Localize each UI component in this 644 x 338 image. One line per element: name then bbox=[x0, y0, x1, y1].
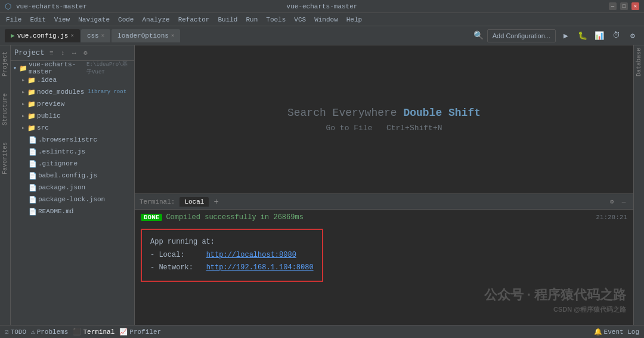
tab-css[interactable]: css ✕ bbox=[81, 29, 110, 42]
menu-refactor[interactable]: Refactor bbox=[175, 15, 213, 24]
src-expand-icon: ▸ bbox=[21, 124, 25, 131]
favorites-panel-tab[interactable]: Favorites bbox=[1, 140, 10, 177]
add-terminal-tab-button[interactable]: + bbox=[213, 197, 218, 207]
node-modules-folder-icon: 📁 bbox=[27, 88, 36, 96]
database-panel-tab[interactable]: Database bbox=[636, 48, 642, 76]
left-panel-tabs: Project Structure Favorites bbox=[0, 45, 11, 325]
terminal-settings-icon[interactable]: ⚙ bbox=[607, 197, 617, 207]
terminal-body: DONE Compiled successfully in 26869ms 21… bbox=[135, 210, 633, 325]
idea-folder-icon: 📁 bbox=[27, 76, 36, 84]
settings-button[interactable]: ⚙ bbox=[626, 29, 639, 42]
event-log-button[interactable]: 🔔 Event Log bbox=[594, 328, 639, 336]
problems-icon: ⚠ bbox=[31, 328, 35, 336]
menu-tools[interactable]: Tools bbox=[262, 15, 289, 24]
tree-item-package-lock[interactable]: 📄 package-lock.json bbox=[11, 193, 134, 205]
search-hint: Search Everywhere Double Shift bbox=[287, 107, 481, 119]
tree-item-public[interactable]: ▸ 📁 public bbox=[11, 110, 134, 122]
editor-tabs: ▶ vue.config.js ✕ css ✕ loaderOptions ✕ bbox=[5, 29, 471, 42]
status-terminal[interactable]: ⬛ Terminal bbox=[73, 328, 114, 336]
menu-analyze[interactable]: Analyze bbox=[138, 15, 173, 24]
event-log-label: Event Log bbox=[604, 328, 639, 336]
app-running-title: App running at: bbox=[150, 236, 314, 249]
local-url-line: - Local: http://localhost:8080 bbox=[150, 249, 314, 262]
sidebar-sort-icon[interactable]: ↕ bbox=[58, 48, 67, 58]
root-folder-icon: 📁 bbox=[19, 64, 27, 72]
debug-button[interactable]: 🐛 bbox=[576, 29, 589, 42]
title-bar-right: — □ ✕ bbox=[609, 2, 639, 10]
terminal-header: Terminal: Local + ⚙ — bbox=[135, 194, 633, 210]
babel-label: babel.config.js bbox=[38, 172, 97, 179]
menu-help[interactable]: Help bbox=[343, 15, 366, 24]
menu-window[interactable]: Window bbox=[311, 15, 342, 24]
terminal-tab-local[interactable]: Local bbox=[179, 197, 209, 207]
tree-item-root[interactable]: ▾ 📁 vue-echarts-master E:\ideaPro\基于VueT bbox=[11, 62, 134, 74]
search-everywhere-icon[interactable]: 🔍 bbox=[473, 30, 484, 41]
coverage-button[interactable]: 📊 bbox=[593, 29, 606, 42]
tree-item-package[interactable]: 📄 package.json bbox=[11, 182, 134, 193]
structure-panel-tab[interactable]: Structure bbox=[1, 91, 10, 128]
network-url-link[interactable]: http://192.168.1.104:8080 bbox=[206, 263, 314, 272]
tab-css-close[interactable]: ✕ bbox=[101, 32, 104, 39]
browserslistrc-label: .browserslistrc bbox=[38, 136, 97, 143]
tab-loader-options-close[interactable]: ✕ bbox=[171, 32, 174, 39]
package-label: package.json bbox=[38, 184, 85, 191]
status-problems[interactable]: ⚠ Problems bbox=[31, 328, 68, 336]
package-lock-file-icon: 📄 bbox=[29, 196, 37, 204]
menu-view[interactable]: View bbox=[51, 15, 73, 24]
src-label: src bbox=[37, 124, 49, 131]
tree-item-browserslistrc[interactable]: 📄 .browserslistrc bbox=[11, 134, 134, 146]
tab-vue-config-close[interactable]: ✕ bbox=[70, 32, 73, 39]
package-lock-label: package-lock.json bbox=[38, 196, 105, 203]
readme-label: README.md bbox=[38, 208, 73, 215]
minimize-button[interactable]: — bbox=[609, 2, 617, 10]
menu-build[interactable]: Build bbox=[214, 15, 241, 24]
tab-vue-config[interactable]: ▶ vue.config.js ✕ bbox=[5, 29, 80, 42]
eslintrc-label: .eslintrc.js bbox=[38, 148, 85, 155]
sidebar-expand-icon[interactable]: ↔ bbox=[69, 48, 79, 58]
event-log-icon: 🔔 bbox=[594, 328, 602, 336]
preview-folder-icon: 📁 bbox=[27, 100, 36, 108]
problems-label: Problems bbox=[37, 328, 69, 336]
tree-item-src[interactable]: ▸ 📁 src bbox=[11, 122, 134, 134]
terminal-header-right: ⚙ — bbox=[607, 197, 628, 207]
status-profiler[interactable]: 📈 Profiler bbox=[119, 328, 161, 336]
tree-item-eslintrc[interactable]: 📄 .eslintrc.js bbox=[11, 146, 134, 158]
tree-item-readme[interactable]: 📄 README.md bbox=[11, 205, 134, 217]
status-todo[interactable]: ☑ TODO bbox=[5, 328, 26, 336]
tree-item-gitignore[interactable]: 📄 .gitignore bbox=[11, 158, 134, 170]
menu-run[interactable]: Run bbox=[242, 15, 261, 24]
local-label: - Local: bbox=[150, 251, 185, 259]
tab-css-label: css bbox=[87, 32, 99, 39]
title-center-title: vue-echarts-master bbox=[287, 3, 358, 10]
tree-item-idea[interactable]: ▸ 📁 .idea bbox=[11, 74, 134, 86]
menu-edit[interactable]: Edit bbox=[26, 15, 49, 24]
node-modules-label: node_modules bbox=[37, 88, 84, 96]
done-line: DONE Compiled successfully in 26869ms 21… bbox=[141, 213, 627, 222]
tree-item-node-modules[interactable]: ▸ 📁 node_modules library root bbox=[11, 86, 134, 98]
root-label: vue-echarts-master bbox=[29, 61, 83, 75]
todo-icon: ☑ bbox=[5, 328, 9, 336]
window-title: vue-echarts-master bbox=[16, 3, 87, 10]
project-panel-tab[interactable]: Project bbox=[1, 49, 10, 79]
tree-item-preview[interactable]: ▸ 📁 preview bbox=[11, 98, 134, 110]
preview-expand-icon: ▸ bbox=[21, 100, 25, 107]
project-tree: ▾ 📁 vue-echarts-master E:\ideaPro\基于VueT… bbox=[11, 61, 134, 325]
sidebar-settings-icon[interactable]: ⚙ bbox=[80, 48, 90, 58]
node-modules-badge: library root bbox=[88, 89, 126, 95]
maximize-button[interactable]: □ bbox=[620, 2, 628, 10]
sidebar-collapse-icon[interactable]: ≡ bbox=[47, 48, 56, 58]
run-button[interactable]: ▶ bbox=[559, 29, 572, 42]
tree-item-babel[interactable]: 📄 babel.config.js bbox=[11, 170, 134, 182]
add-configuration-button[interactable]: Add Configuration... bbox=[487, 29, 556, 42]
menu-file[interactable]: File bbox=[2, 15, 25, 24]
menu-vcs[interactable]: VCS bbox=[290, 15, 309, 24]
close-button[interactable]: ✕ bbox=[631, 2, 639, 10]
profiler-button[interactable]: ⏱ bbox=[609, 29, 623, 42]
menu-navigate[interactable]: Navigate bbox=[75, 15, 113, 24]
project-sidebar: Project ≡ ↕ ↔ ⚙ ▾ 📁 vue-echarts-master E… bbox=[11, 45, 135, 325]
terminal-close-icon[interactable]: — bbox=[619, 197, 628, 207]
tab-loader-options[interactable]: loaderOptions ✕ bbox=[112, 29, 180, 42]
app-icon: ⬡ bbox=[5, 2, 11, 11]
local-url-link[interactable]: http://localhost:8080 bbox=[206, 251, 296, 259]
menu-code[interactable]: Code bbox=[114, 15, 137, 24]
